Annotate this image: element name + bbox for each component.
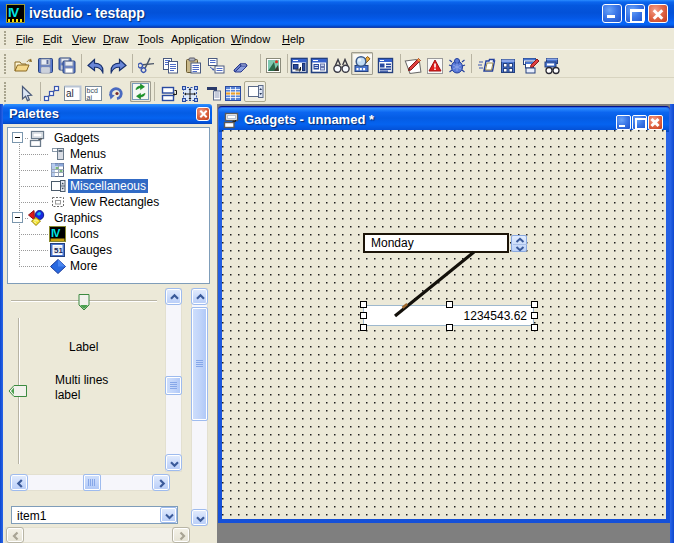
svg-text:al: al [66,88,74,99]
svg-text:bcd: bcd [87,87,98,94]
svg-text:ai: ai [87,94,93,101]
